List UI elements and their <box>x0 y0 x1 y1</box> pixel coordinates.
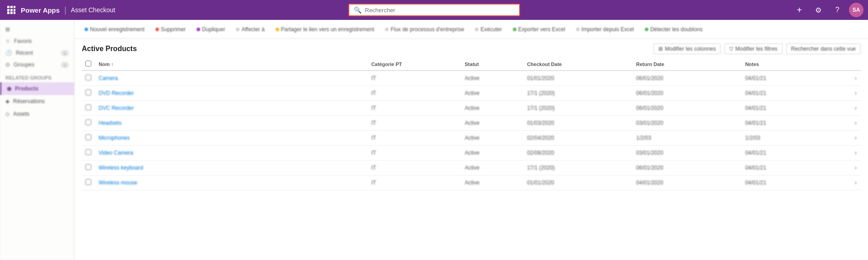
sidebar-home-icon[interactable]: ⊞ <box>0 24 74 35</box>
search-rows-label: Rechercher dans cette vue <box>791 46 856 52</box>
row-name-cell[interactable]: DVC Recorder <box>95 101 367 116</box>
edit-columns-button[interactable]: ⊞ Modifier les colonnes <box>653 43 721 54</box>
import-excel-button[interactable]: Importer depuis Excel <box>572 24 638 34</box>
table-row: DVD Recorder IT Active 17/1 (2020) 06/01… <box>82 86 861 101</box>
row-checkout-cell: 17/1 (2020) <box>523 101 632 116</box>
col-checkout-header[interactable]: Checkout Date <box>523 58 632 71</box>
row-checkbox-cell[interactable] <box>82 71 95 86</box>
row-checkbox-cell[interactable] <box>82 116 95 131</box>
new-record-button[interactable]: Nouvel enregistrement <box>80 24 149 34</box>
col-category-header[interactable]: Catégorie PT <box>368 58 461 71</box>
row-name-cell[interactable]: Wireless keyboard <box>95 161 367 175</box>
groups-label: Groupes <box>14 61 34 68</box>
settings-button[interactable]: ⚙ <box>811 3 826 17</box>
row-checkbox[interactable] <box>85 164 91 170</box>
add-button[interactable]: + <box>792 3 807 17</box>
edit-filters-button[interactable]: ▽ Modifier les filtres <box>724 43 782 54</box>
row-checkbox-cell[interactable] <box>82 161 95 175</box>
title-separator: | <box>64 5 66 15</box>
row-return-cell: 03/01/2020 <box>633 116 741 131</box>
sidebar-item-reservations[interactable]: ◈ Réservations <box>0 95 74 108</box>
row-name-cell[interactable]: Wireless mouse <box>95 175 367 190</box>
row-checkbox-cell[interactable] <box>82 131 95 146</box>
row-checkbox-cell[interactable] <box>82 86 95 101</box>
table-row: DVC Recorder IT Active 17/1 (2020) 06/01… <box>82 101 861 116</box>
col-checkbox <box>82 58 95 71</box>
row-name-cell[interactable]: DVD Recorder <box>95 86 367 101</box>
data-table: Nom ↑ Catégorie PT Statut Checkout Date … <box>82 58 861 190</box>
row-checkbox[interactable] <box>85 134 91 140</box>
row-checkbox[interactable] <box>85 104 91 110</box>
row-checkbox-cell[interactable] <box>82 146 95 161</box>
row-checkbox-cell[interactable] <box>82 175 95 190</box>
sidebar-item-products[interactable]: ◉ Products <box>0 82 74 95</box>
delete-dot <box>155 28 159 31</box>
row-checkbox[interactable] <box>85 119 91 125</box>
row-name-cell[interactable]: Headsets <box>95 116 367 131</box>
share-link-button[interactable]: Partager le lien vers un enregistrement <box>271 24 379 34</box>
select-all-checkbox[interactable] <box>85 61 91 66</box>
row-chevron-cell[interactable]: › <box>851 175 861 190</box>
row-notes-cell: 04/01/21 <box>741 146 850 161</box>
reservations-label: Réservations <box>13 98 45 104</box>
favorites-label: Favoris <box>14 38 32 44</box>
filters-icon: ▽ <box>729 46 733 52</box>
row-chevron-cell[interactable]: › <box>851 131 861 146</box>
row-checkbox[interactable] <box>85 179 91 185</box>
row-checkbox[interactable] <box>85 90 91 95</box>
duplicate-button[interactable]: Dupliquer <box>192 24 230 34</box>
table-area: Active Products ⊞ Modifier les colonnes … <box>75 39 868 260</box>
row-checkbox[interactable] <box>85 75 91 80</box>
process-dot <box>385 28 389 31</box>
row-chevron-cell[interactable]: › <box>851 116 861 131</box>
col-status-header[interactable]: Statut <box>461 58 524 71</box>
row-checkbox[interactable] <box>85 149 91 155</box>
row-name-cell[interactable]: Camera <box>95 71 367 86</box>
process-flow-button[interactable]: Flux de processus d'entreprise <box>380 24 469 34</box>
table-title: Active Products <box>82 45 137 53</box>
row-chevron-cell[interactable]: › <box>851 146 861 161</box>
svg-rect-1 <box>10 6 13 8</box>
col-return-header[interactable]: Return Date <box>633 58 741 71</box>
waffle-menu-icon[interactable] <box>5 3 18 17</box>
main-layout: ⊞ ☆ Favoris 🕐 Récent ↓ ⊙ Groupes ↓ Relat… <box>0 20 868 260</box>
row-status-cell: Active <box>461 146 524 161</box>
row-name-cell[interactable]: Microphones <box>95 131 367 146</box>
row-chevron-cell[interactable]: › <box>851 161 861 175</box>
delete-button[interactable]: Supprimer <box>151 24 190 34</box>
sidebar-recent[interactable]: 🕐 Récent ↓ <box>0 47 74 59</box>
row-chevron-cell[interactable]: › <box>851 86 861 101</box>
table-header-row: Active Products ⊞ Modifier les colonnes … <box>82 43 861 54</box>
new-record-label: Nouvel enregistrement <box>90 26 145 33</box>
row-chevron-cell[interactable]: › <box>851 71 861 86</box>
search-rows-button[interactable]: Rechercher dans cette vue <box>786 43 861 54</box>
sidebar-item-assets[interactable]: ◇ Assets <box>0 108 74 120</box>
search-input[interactable] <box>365 7 515 14</box>
col-name-header[interactable]: Nom ↑ <box>95 58 367 71</box>
export-dot <box>513 28 516 31</box>
row-name-cell[interactable]: Video Camera <box>95 146 367 161</box>
sidebar-groups[interactable]: ⊙ Groupes ↓ <box>0 59 74 71</box>
row-return-cell: 1/2/03 <box>633 131 741 146</box>
assets-label: Assets <box>13 111 29 117</box>
user-avatar[interactable]: SA <box>849 3 863 17</box>
detect-dot <box>645 28 648 31</box>
sidebar-favorites[interactable]: ☆ Favoris <box>0 35 74 47</box>
groups-icon: ⊙ <box>5 61 10 68</box>
row-chevron-cell[interactable]: › <box>851 101 861 116</box>
row-category-cell: IT <box>368 86 461 101</box>
help-button[interactable]: ? <box>830 3 845 17</box>
assign-button[interactable]: Affecter à <box>231 24 269 34</box>
table-actions: ⊞ Modifier les colonnes ▽ Modifier les f… <box>653 43 861 54</box>
col-notes-header[interactable]: Notes <box>741 58 850 71</box>
table-body: Camera IT Active 01/01/2020 06/01/2020 0… <box>82 71 861 190</box>
detect-label: Détecter les doublons <box>650 26 703 33</box>
export-excel-button[interactable]: Exporter vers Excel <box>508 24 570 34</box>
main-content: Nouvel enregistrement Supprimer Duplique… <box>75 20 868 260</box>
row-checkbox-cell[interactable] <box>82 101 95 116</box>
row-notes-cell: 1/2/03 <box>741 131 850 146</box>
search-box[interactable]: 🔍 <box>348 4 520 16</box>
groups-badge: ↓ <box>61 62 69 68</box>
run-button[interactable]: Exécuter <box>470 24 506 34</box>
detect-duplicates-button[interactable]: Détecter les doublons <box>640 24 707 34</box>
